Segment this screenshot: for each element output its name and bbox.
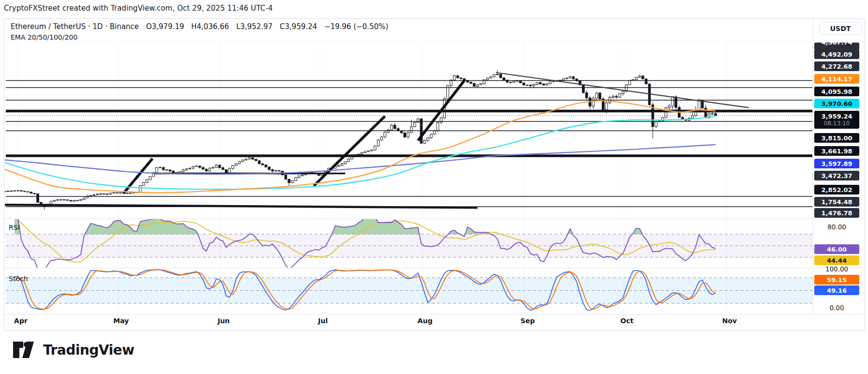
ohlc-open: O3,979.19 [146, 22, 184, 31]
tradingview-logo-text: TradingView [43, 342, 134, 358]
time-axis-label-aug: Aug [418, 317, 433, 325]
price-scale-label: 3,970.60 [814, 99, 859, 108]
watermark-header: CryptoFXStreet created with TradingView.… [4, 4, 273, 13]
price-scale-label: 3,597.89 [814, 159, 859, 168]
rsi-pane-title[interactable]: RSI [9, 224, 20, 231]
drawn-levels [5, 73, 812, 208]
indicator-bands [6, 234, 812, 303]
ema-lines [5, 101, 716, 193]
price-scale-label: 4,095.98 [814, 87, 859, 96]
price-scale-label: 3,661.98 [814, 146, 859, 156]
price-scale-label: 59.15 [814, 275, 859, 284]
price-scale-label: 3,472.37 [814, 171, 859, 180]
chart-plot-area[interactable] [0, 0, 868, 374]
price-scale-label: 4,492.09 [814, 49, 859, 59]
price-scale-value: 100.00 [814, 265, 859, 274]
price-scale-label: 46.00 [814, 244, 859, 254]
stoch-pane-title[interactable]: Stoch [9, 275, 28, 283]
pane-dividers [4, 19, 864, 314]
ohlc-close: C3,959.24 [280, 22, 317, 31]
ema-cyan-line [5, 116, 716, 190]
chart-title: Ethereum / TetherUS · 1D · Binance O3,97… [11, 22, 393, 31]
time-axis-label-apr: Apr [14, 317, 28, 325]
currency-toggle-button[interactable]: USDT [819, 22, 862, 35]
ema-indicator-label[interactable]: EMA 20/50/100/200 [11, 33, 77, 41]
price-scale-label: 3,959.2408:13:10 [814, 111, 859, 129]
symbol-title[interactable]: Ethereum / TetherUS · 1D · Binance [11, 22, 139, 31]
price-scale-label: 4,114.17 [814, 74, 859, 84]
ema-purple-line [5, 145, 716, 174]
ema-orange-line [5, 101, 716, 193]
time-axis-label-jul: Jul [318, 317, 328, 325]
price-scale-label: 2,852.02 [814, 185, 859, 194]
time-axis-label-jun: Jun [217, 317, 229, 325]
price-scale-value: 0.00 [814, 303, 859, 313]
price-scale-label: 1,754.48 [814, 197, 859, 207]
time-axis-label-may: May [113, 317, 129, 325]
ohlc-change: −19.96 (−0.50%) [324, 22, 388, 31]
countdown-timer: 08:13:10 [824, 120, 850, 126]
ohlc-low: L3,952.97 [236, 22, 273, 31]
price-scale-value: 80.00 [814, 223, 859, 232]
price-scale-label: 4,272.68 [814, 61, 859, 71]
price-scale-label: 49.16 [814, 285, 859, 295]
time-axis-label-oct: Oct [621, 317, 634, 325]
price-scale-label: 44.44 [814, 255, 859, 265]
time-axis-label-nov: Nov [722, 317, 737, 325]
price-scale-label: 3,815.00 [814, 133, 859, 143]
time-axis-label-sep: Sep [520, 317, 535, 325]
tradingview-logo: TradingView [13, 340, 134, 360]
price-scale-label: 4,567.74 [814, 43, 859, 50]
tradingview-logo-icon [13, 340, 37, 360]
ohlc-high: H4,036.66 [191, 22, 229, 31]
price-scale-label: 1,476.78 [814, 208, 859, 218]
